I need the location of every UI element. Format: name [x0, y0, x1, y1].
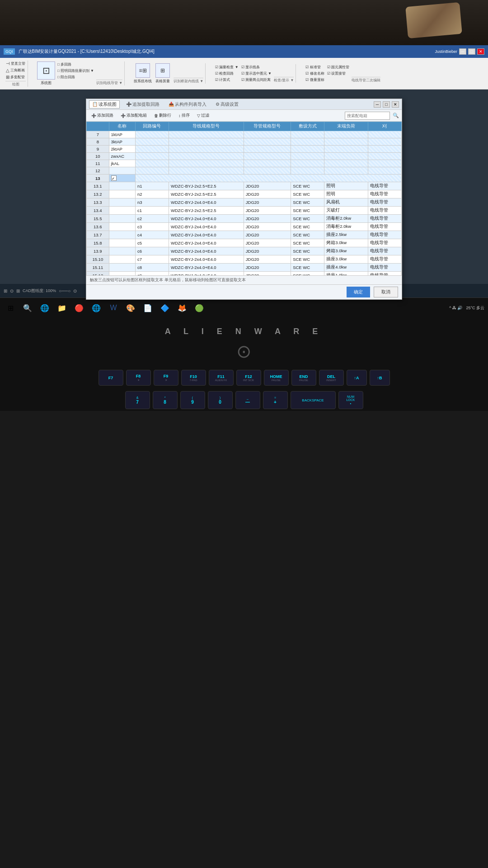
cancel-button[interactable]: 取消: [374, 287, 398, 297]
taskbar-red-app[interactable]: 🔴: [72, 301, 86, 315]
table-row[interactable]: 15.11 c8 WDZC-BYJ-2x4.0+E4.0 JDG20 SCE W…: [87, 264, 402, 272]
backspace-key[interactable]: BACKSPACE: [291, 391, 336, 409]
search-taskbar[interactable]: 🔍: [21, 301, 34, 315]
table-row[interactable]: 15.8 c5 WDZC-BYJ-2x4.0+E4.0 JDG20 SCE WC…: [87, 239, 402, 247]
key-9[interactable]: (9: [180, 391, 205, 409]
table-row[interactable]: 13.6 c3 WDZC-BYJ-2x4.0+E4.0 JDG20 SCE WC…: [87, 223, 402, 231]
leak-check-btn[interactable]: ☑ 漏量检查 ▼: [215, 64, 239, 70]
dialog-minimize[interactable]: ─: [374, 101, 381, 108]
show-lines-btn[interactable]: ☑ 显示线条: [241, 64, 272, 70]
key-7[interactable]: &7: [125, 391, 150, 409]
table-row[interactable]: 15.12 c9 WDZC-BYJ-2x4.0+E4.0 JDG20 SCE W…: [87, 272, 402, 276]
maximize-button[interactable]: □: [468, 48, 475, 55]
f10-key[interactable]: F107-PAD: [181, 370, 206, 386]
taskbar-edge[interactable]: 🌐: [38, 301, 52, 315]
measure-dist-btn[interactable]: ☑ 测量两点间距离: [241, 77, 272, 83]
key-minus[interactable]: _—: [235, 391, 260, 409]
dialog-maximize[interactable]: □: [383, 101, 390, 108]
micro-display-btn[interactable]: ☑ 微量显标: [305, 77, 324, 83]
minimize-button[interactable]: ─: [459, 48, 466, 55]
key-0[interactable]: )0: [208, 391, 233, 409]
multi-circuit-btn[interactable]: □多回路: [57, 61, 94, 67]
f7-key[interactable]: F7: [99, 370, 123, 386]
row-wire-cell: [169, 131, 244, 138]
multi-config-btn[interactable]: ⊞多套配管: [5, 74, 26, 80]
table-row[interactable]: 13: [87, 175, 402, 182]
row-conduit-cell: JDG20: [244, 207, 291, 215]
sort-btn[interactable]: ↕ 排序: [176, 112, 192, 119]
taskbar-notepad[interactable]: 📄: [141, 301, 155, 315]
f9-key[interactable]: F9☀: [154, 370, 178, 386]
table-row[interactable]: 10 zwxAC: [87, 153, 402, 160]
filter-btn[interactable]: ▽ 过滤: [195, 112, 211, 119]
std-pipe-btn[interactable]: ☑ 标准管: [305, 64, 324, 70]
table-container[interactable]: 名称 回路编号 导线规格型号 导管规格型号 敷设方式 末端负荷 刈 7 1ktA…: [86, 122, 402, 275]
table-row[interactable]: 13.1 n1 WDZC-BYJ-2x2.5+E2.5 JDG20 SCE WC…: [87, 182, 402, 190]
row-laying-cell: [291, 167, 324, 175]
search-input[interactable]: [345, 112, 390, 120]
table-row[interactable]: 7 1ktAP: [87, 131, 402, 138]
modify-name-btn[interactable]: ☑ 修改名称: [305, 71, 324, 76]
row-laying-cell: SCE WC: [291, 215, 324, 223]
row-wire-cell: WDZC-BYJ-2x2.5+E2.5: [169, 182, 244, 190]
f11-key[interactable]: F11ALIEN FX: [209, 370, 234, 386]
table-row[interactable]: 13.4 c1 WDZC-BYJ-2x2.5+E2.5 JDG20 SCE WC…: [87, 207, 402, 215]
vertical-pipe-btn[interactable]: ⊣坚直立管: [5, 61, 26, 66]
show-selected-btn[interactable]: ☑ 显示选中图元 ▼: [241, 71, 272, 76]
taskbar-art-app[interactable]: 🎨: [124, 301, 137, 315]
table-row[interactable]: 8 3ktAP: [87, 138, 402, 146]
table-row[interactable]: 15.10 c7 WDZC-BYJ-2x4.0+E4.0 JDG20 SCE W…: [87, 255, 402, 264]
taskbar-folder[interactable]: 📁: [55, 301, 69, 315]
numlock-key[interactable]: NUMLOCK•: [338, 391, 363, 409]
row-name-cell: 1ktAP: [109, 131, 135, 138]
table-row[interactable]: 9 2ktAP: [87, 146, 402, 153]
confirm-button[interactable]: 确定: [347, 287, 370, 297]
f8-key[interactable]: F8☀: [126, 370, 151, 386]
f12-key[interactable]: F12INT SCR: [236, 370, 261, 386]
add-panel-btn[interactable]: ➕ 添加配电箱: [118, 112, 149, 119]
table-row[interactable]: 13.2 n2 WDZC-BYJ-2x2.5+E2.5 JDG20 SCE WC…: [87, 190, 402, 198]
table-row[interactable]: 13.9 c6 WDZC-BYJ-2x4.0+E4.0 JDG20 SCE WC…: [87, 247, 402, 255]
arrow-b-key[interactable]: ↑B: [370, 370, 390, 386]
add-circuit-btn[interactable]: ➕ 添加回路: [89, 112, 116, 119]
dialog-tab-3[interactable]: 📥 从构件列表导入: [166, 100, 209, 108]
taskbar-firefox[interactable]: 🦊: [175, 301, 189, 315]
element-prop-btn[interactable]: ☑ 园元属性管: [327, 64, 350, 70]
lighting-batch-btn[interactable]: □照明回路批量识别 ▼: [57, 68, 94, 74]
calc-formula-btn[interactable]: ☑ 计算式: [215, 77, 239, 83]
row-circuit-cell: c3: [135, 223, 169, 231]
table-row[interactable]: 15.5 c2 WDZC-BYJ-2x4.0+E4.0 JDG20 SCE WC…: [87, 215, 402, 223]
key-plus[interactable]: =+: [263, 391, 288, 409]
check-circuit-btn[interactable]: ☑ 检查回路: [215, 71, 239, 76]
home-key[interactable]: HOMEPAUSE: [264, 370, 289, 386]
table-row[interactable]: 12: [87, 167, 402, 175]
close-button[interactable]: ✕: [477, 48, 484, 55]
taskbar-blue-app[interactable]: 🔷: [158, 301, 172, 315]
taskbar-word[interactable]: W: [107, 301, 120, 315]
set-connector-btn[interactable]: ☑ 设置接管: [327, 71, 350, 76]
table-calc-btn[interactable]: ⊞ 表格算量: [154, 63, 172, 84]
windows-start[interactable]: ⊞: [4, 301, 17, 315]
triangle-btn[interactable]: △三角断画: [5, 67, 26, 73]
row-laying-cell: [291, 131, 324, 138]
system-diagram-btn[interactable]: ⊡ 系统图: [37, 61, 55, 85]
taskbar-chrome[interactable]: 🌐: [89, 301, 103, 315]
end-key[interactable]: ENDPAUSE: [291, 370, 316, 386]
row-checkbox[interactable]: [111, 175, 117, 181]
del-key[interactable]: DELINSERT: [319, 370, 344, 386]
table-row[interactable]: 11 jkAL: [87, 160, 402, 167]
dialog-close[interactable]: ✕: [392, 101, 399, 108]
delete-row-btn[interactable]: 🗑 删除行: [152, 112, 174, 119]
dialog-tab-4[interactable]: ⚙ 高级设置: [213, 100, 241, 108]
table-row[interactable]: 13.7 c4 WDZC-BYJ-2x4.0+E4.0 JDG20 SCE WC…: [87, 231, 402, 239]
row-laying-cell: SCE WC: [291, 264, 324, 272]
dialog-tab-1[interactable]: 📋 读系统图: [89, 100, 120, 108]
by-system-btn[interactable]: ≡⊞ 按系统布线: [134, 63, 152, 84]
table-row[interactable]: 13.3 n3 WDZC-BYJ-2x4.0+E4.0 JDG20 SCE WC…: [87, 198, 402, 207]
taskbar-green-app[interactable]: 🟢: [192, 301, 206, 315]
balcony-btn[interactable]: □阳台回路: [57, 74, 94, 80]
key-8[interactable]: *8: [153, 391, 178, 409]
arrow-a-key[interactable]: ↑A: [347, 370, 367, 386]
header-circuit: 回路编号: [135, 122, 169, 131]
dialog-tab-2[interactable]: ➕ 追加提取回路: [123, 100, 162, 108]
